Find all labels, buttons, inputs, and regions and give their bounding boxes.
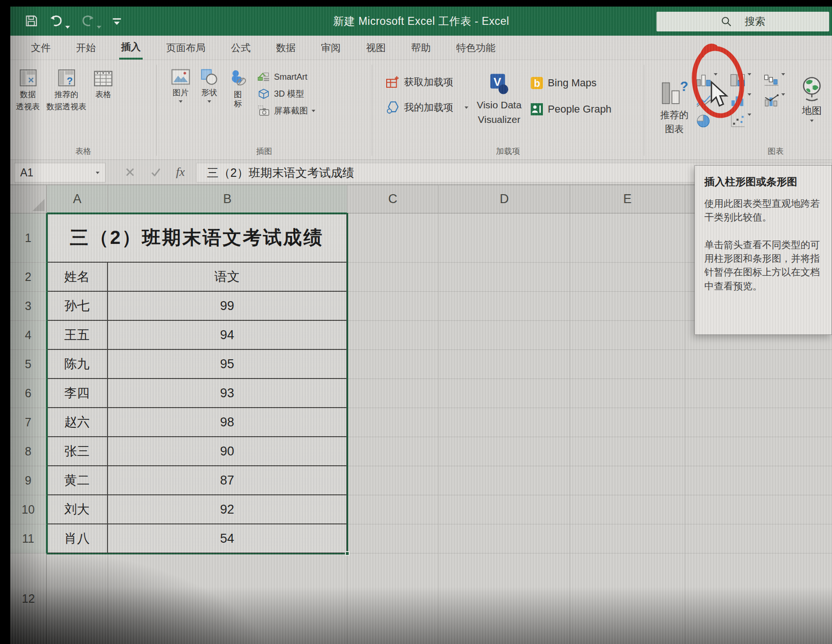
empty-cells-row8[interactable] (347, 437, 832, 466)
combo-chart-icon (763, 93, 779, 107)
cell-score[interactable]: 95 (108, 350, 347, 379)
cell-name[interactable]: 陈九 (47, 350, 108, 379)
svg-text:?: ? (67, 76, 73, 87)
recommended-charts-button[interactable]: ? 推荐的 图表 (660, 68, 688, 159)
bing-maps-button[interactable]: b Bing Maps (530, 76, 611, 90)
screenshot-button[interactable]: 屏幕截图 (257, 105, 315, 116)
cell-A2-header[interactable]: 姓名 (47, 263, 108, 292)
tab-file[interactable]: 文件 (29, 36, 53, 60)
row-header-6[interactable]: 6 (10, 379, 47, 408)
recommended-charts-label-line2: 图表 (665, 124, 684, 135)
row-header-5[interactable]: 5 (10, 350, 47, 379)
get-addins-button[interactable]: 获取加载项 (385, 75, 468, 89)
cell-score[interactable]: 94 (108, 321, 347, 350)
cell-name[interactable]: 赵六 (47, 408, 108, 437)
charts-group-label: 图表 (748, 146, 804, 157)
insert-line-or-area-chart-button[interactable] (696, 93, 718, 107)
cell-name[interactable]: 孙七 (47, 292, 108, 321)
recommended-charts-icon: ? (661, 78, 688, 107)
my-addins-icon (385, 100, 400, 114)
tab-view[interactable]: 视图 (364, 36, 388, 60)
pie-chart-icon (696, 114, 712, 129)
tab-home[interactable]: 开始 (74, 36, 98, 60)
screenshot-label: 屏幕截图 (274, 105, 308, 116)
row-header-4[interactable]: 4 (10, 321, 47, 350)
col-header-C[interactable]: C (347, 185, 439, 213)
cell-score[interactable]: 92 (108, 495, 347, 524)
row-header-2[interactable]: 2 (10, 263, 47, 292)
col-header-B[interactable]: B (108, 185, 347, 213)
illustrations-group-label: 插图 (157, 146, 372, 157)
people-graph-button[interactable]: People Graph (530, 102, 611, 116)
tab-help[interactable]: 帮助 (409, 36, 433, 60)
select-all-corner[interactable] (10, 185, 47, 213)
row-header-7[interactable]: 7 (10, 408, 47, 437)
cell-name[interactable]: 王五 (47, 321, 108, 350)
my-addins-button[interactable]: 我的加载项 (385, 100, 468, 114)
row-header-9[interactable]: 9 (10, 466, 47, 495)
cell-name[interactable]: 黄二 (47, 466, 108, 495)
chart-mini-column-1 (696, 73, 718, 159)
tab-formulas[interactable]: 公式 (229, 36, 252, 60)
col-header-A[interactable]: A (47, 185, 108, 213)
cell-score[interactable]: 99 (108, 292, 347, 321)
hierarchy-chart-icon (730, 73, 746, 87)
empty-cells-row6[interactable] (347, 379, 832, 408)
row-header-8[interactable]: 8 (10, 437, 47, 466)
cell-name[interactable]: 肖八 (47, 524, 108, 553)
ribbon-group-charts: ? 推荐的 图表 (644, 60, 832, 159)
insert-scatter-chart-button[interactable] (730, 114, 751, 129)
empty-cells-row12[interactable] (47, 553, 832, 644)
cell-score[interactable]: 93 (108, 379, 347, 408)
cell-score[interactable]: 54 (108, 524, 347, 553)
name-box-dropdown-icon (96, 172, 99, 174)
empty-cells-row10[interactable] (347, 495, 832, 524)
row-header-12[interactable]: 12 (10, 553, 47, 644)
cell-name[interactable]: 李四 (47, 379, 108, 408)
cell-score[interactable]: 87 (108, 466, 347, 495)
tab-review[interactable]: 审阅 (319, 36, 343, 60)
insert-statistic-chart-button[interactable] (730, 93, 751, 107)
insert-hierarchy-chart-button[interactable] (730, 73, 751, 87)
row-header-1[interactable]: 1 (10, 213, 47, 263)
insert-function-button[interactable]: fx (176, 165, 185, 179)
3d-models-button[interactable]: 3D 模型 (257, 88, 315, 99)
tab-special-features[interactable]: 特色功能 (454, 36, 497, 60)
cell-A1-title[interactable]: 三（2）班期末语文考试成绩 (47, 213, 347, 263)
cell-name[interactable]: 张三 (47, 437, 108, 466)
cell-score[interactable]: 90 (108, 437, 347, 466)
row-header-11[interactable]: 11 (10, 524, 47, 553)
icons-duck-icon (228, 68, 248, 87)
insert-combo-chart-button[interactable] (763, 93, 785, 107)
empty-cells-row11[interactable] (347, 524, 832, 553)
empty-cells-row9[interactable] (347, 466, 832, 495)
col-header-D[interactable]: D (439, 185, 570, 213)
insert-column-or-bar-chart-button[interactable] (696, 73, 718, 87)
insert-pie-chart-button[interactable] (696, 114, 718, 129)
cell-name[interactable]: 刘大 (47, 495, 108, 524)
cell-score[interactable]: 98 (108, 408, 347, 437)
shapes-label: 形状 (201, 88, 217, 98)
tab-data[interactable]: 数据 (274, 36, 298, 60)
tab-insert[interactable]: 插入 (119, 36, 143, 60)
recommended-pivottables-icon: ? (57, 68, 76, 87)
name-box[interactable]: A1 (14, 163, 106, 182)
tab-page-layout[interactable]: 页面布局 (164, 36, 207, 60)
3d-models-label: 3D 模型 (274, 88, 304, 99)
enter-button[interactable] (150, 167, 162, 178)
empty-cells-row7[interactable] (347, 408, 832, 437)
ribbon-group-tables: 数据 透视表 ? 推荐的 数据透视表 表格 表格 (10, 60, 156, 159)
smartart-button[interactable]: SmartArt (257, 71, 315, 83)
search-icon (720, 15, 733, 28)
row-header-10[interactable]: 10 (10, 495, 47, 524)
cell-B2-header[interactable]: 语文 (108, 263, 347, 292)
combo-chart-dropdown-icon (781, 93, 785, 96)
col-header-E[interactable]: E (570, 185, 685, 213)
search-box[interactable]: 搜索 (656, 12, 829, 31)
smartart-icon (257, 71, 270, 83)
row-header-3[interactable]: 3 (10, 292, 47, 321)
cancel-button[interactable] (124, 167, 136, 178)
empty-cells-row5[interactable] (347, 350, 832, 379)
insert-waterfall-chart-button[interactable] (763, 73, 785, 87)
svg-text:?: ? (680, 79, 688, 94)
